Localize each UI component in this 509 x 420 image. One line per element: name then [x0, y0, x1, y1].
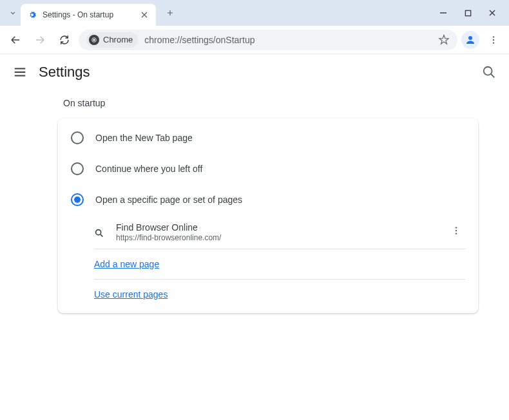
radio-continue[interactable]: Continue where you left off: [58, 153, 478, 184]
new-tab-button[interactable]: [161, 4, 179, 22]
tab-search-button[interactable]: [5, 5, 21, 21]
arrow-right-icon: [34, 34, 46, 46]
svg-point-3: [468, 36, 472, 40]
add-page-row: Add a new page: [58, 249, 478, 279]
svg-point-1: [93, 39, 95, 41]
minimize-icon: [439, 9, 447, 17]
add-page-link[interactable]: Add a new page: [94, 259, 159, 269]
startup-card: Open the New Tab page Continue where you…: [58, 119, 478, 313]
arrow-left-icon: [10, 34, 21, 46]
magnifier-icon: [94, 228, 104, 238]
window-controls: [437, 6, 504, 19]
browser-tab[interactable]: Settings - On startup: [21, 4, 156, 26]
svg-point-4: [493, 36, 494, 37]
radio-specific-pages[interactable]: Open a specific page or set of pages: [58, 184, 478, 215]
minimize-button[interactable]: [437, 6, 450, 19]
svg-point-7: [484, 67, 492, 75]
gear-icon: [27, 10, 37, 20]
startup-page-url: https://find-browseronline.com/: [116, 233, 436, 242]
page-menu-button[interactable]: [447, 222, 465, 242]
reload-button[interactable]: [54, 30, 75, 50]
radio-label: Open a specific page or set of pages: [95, 195, 242, 205]
close-window-button[interactable]: [486, 6, 499, 19]
svg-point-11: [456, 233, 457, 234]
tab-title: Settings - On startup: [43, 10, 134, 19]
svg-point-9: [456, 227, 457, 228]
search-icon[interactable]: [482, 65, 496, 79]
chrome-icon: [89, 35, 99, 45]
section-title: On startup: [58, 98, 478, 108]
radio-label: Continue where you left off: [95, 164, 202, 174]
url-text: chrome://settings/onStartup: [144, 35, 432, 45]
plus-icon: [166, 8, 175, 17]
settings-appbar: Settings: [0, 54, 509, 90]
bookmark-star-icon[interactable]: [438, 34, 450, 46]
site-chip[interactable]: Chrome: [86, 32, 138, 48]
svg-point-10: [456, 230, 457, 231]
address-bar[interactable]: Chrome chrome://settings/onStartup: [79, 30, 457, 50]
svg-rect-0: [465, 10, 470, 15]
use-current-row: Use current pages: [58, 280, 478, 309]
close-icon: [488, 9, 496, 17]
window-titlebar: Settings - On startup: [0, 0, 509, 26]
person-icon: [465, 34, 476, 46]
chevron-down-icon: [8, 8, 17, 17]
back-button[interactable]: [5, 30, 26, 50]
browser-menu-button[interactable]: [483, 30, 504, 50]
forward-button[interactable]: [30, 30, 50, 50]
use-current-link[interactable]: Use current pages: [94, 289, 168, 300]
close-icon[interactable]: [139, 10, 149, 20]
startup-page-name: Find Browser Online: [116, 222, 436, 233]
settings-content: On startup Open the New Tab page Continu…: [0, 90, 509, 326]
svg-point-5: [493, 39, 494, 40]
maximize-button[interactable]: [461, 6, 474, 19]
profile-avatar[interactable]: [461, 31, 479, 49]
maximize-icon: [465, 10, 472, 17]
reload-icon: [59, 34, 70, 46]
radio-icon: [71, 162, 84, 175]
browser-toolbar: Chrome chrome://settings/onStartup: [0, 26, 509, 54]
svg-point-6: [493, 42, 494, 43]
page-title: Settings: [39, 64, 90, 81]
svg-point-8: [96, 230, 101, 235]
more-vertical-icon: [488, 35, 499, 45]
more-vertical-icon: [451, 225, 461, 236]
radio-new-tab[interactable]: Open the New Tab page: [58, 122, 478, 153]
radio-icon: [71, 131, 84, 144]
radio-label: Open the New Tab page: [95, 133, 193, 143]
startup-page-row: Find Browser Online https://find-browser…: [58, 215, 478, 249]
chip-label: Chrome: [103, 35, 133, 44]
radio-icon: [71, 193, 84, 206]
menu-icon[interactable]: [13, 65, 27, 79]
